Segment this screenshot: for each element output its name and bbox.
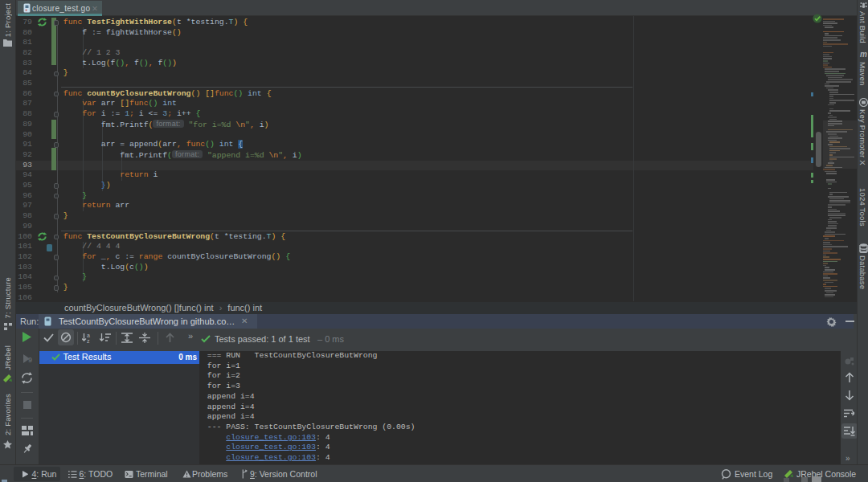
svg-text:a: a [87, 333, 90, 338]
svg-text:z: z [87, 338, 90, 343]
svg-text:9: 9 [28, 356, 32, 364]
